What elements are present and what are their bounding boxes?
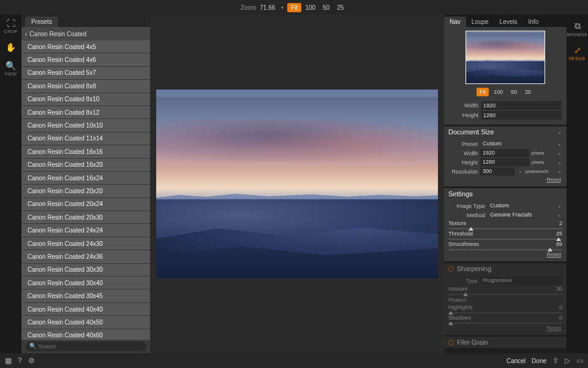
slider-amount[interactable]: Amount30	[448, 286, 562, 295]
st-reset[interactable]: Reset	[448, 251, 562, 258]
nav-width-label: Width	[449, 102, 478, 109]
preset-item[interactable]: Canon Resin Coated 16x16	[21, 145, 150, 158]
zoom-btn-25[interactable]: 25	[333, 3, 347, 12]
preset-item[interactable]: Canon Resin Coated 40x50	[21, 316, 150, 329]
preset-item[interactable]: Canon Resin Coated 30x45	[21, 289, 150, 302]
st-imgtype-value[interactable]: Custom	[488, 202, 554, 210]
slider-smoothness[interactable]: Smoothness89	[448, 241, 562, 250]
chevron-down-icon[interactable]: ⌄	[556, 203, 562, 209]
film-grain-title: Film Grain	[457, 339, 488, 346]
enable-ring-icon[interactable]	[448, 266, 454, 272]
fullscreen-icon[interactable]: ▭	[576, 356, 583, 365]
compare-icon[interactable]: ▷	[565, 356, 570, 365]
search-input[interactable]	[25, 342, 146, 351]
done-button[interactable]: Done	[532, 358, 546, 364]
chevron-down-icon[interactable]: ⌄	[517, 169, 523, 174]
chevron-down-icon[interactable]: ▾	[281, 5, 284, 10]
nav-height-value[interactable]: 1280	[481, 111, 562, 120]
section-header-document-size[interactable]: Document Size ⌄	[444, 126, 567, 137]
zoom-btn-50[interactable]: 50	[319, 3, 333, 12]
share-icon[interactable]: ⇪	[552, 356, 559, 365]
preset-item[interactable]: Canon Resin Coated 20x30	[21, 211, 150, 224]
preset-item[interactable]: Canon Resin Coated 4x5	[21, 40, 150, 53]
zoom-value[interactable]: 71.66	[260, 4, 275, 11]
tool-resize[interactable]: ⤢RESIZE	[567, 45, 588, 61]
section-header-settings[interactable]: Settings	[444, 188, 567, 199]
preset-item[interactable]: Canon Resin Coated 5x7	[21, 67, 150, 80]
preset-item[interactable]: Canon Resin Coated 8x10	[21, 93, 150, 106]
sh-type-value[interactable]: Progressive	[480, 277, 562, 285]
tab-info[interactable]: Info	[523, 17, 545, 27]
cancel-button[interactable]: Cancel	[507, 358, 526, 364]
presets-search-row: 🔍	[21, 340, 150, 353]
slider-threshold[interactable]: Threshold25	[448, 231, 562, 240]
preset-item[interactable]: Canon Resin Coated 24x30	[21, 237, 150, 250]
zoom-btn-100[interactable]: 100	[301, 3, 319, 12]
preset-item[interactable]: Canon Resin Coated 24x36	[21, 250, 150, 263]
section-header-film-grain[interactable]: Film Grain	[444, 337, 567, 348]
preset-item[interactable]: Canon Resin Coated 40x40	[21, 303, 150, 316]
tool-hand[interactable]: ✋	[0, 42, 21, 52]
section-settings: Settings Image TypeCustom⌄ MethodGenuine…	[444, 188, 567, 261]
chevron-down-icon[interactable]: ⌄	[556, 150, 562, 156]
st-method-value[interactable]: Genuine Fractals	[488, 211, 554, 219]
tab-levels[interactable]: Levels	[494, 17, 523, 27]
nav-zoom-50[interactable]: 50	[508, 88, 520, 96]
canvas-viewport[interactable]	[150, 15, 444, 353]
preset-item[interactable]: Canon Resin Coated 8x8	[21, 80, 150, 93]
preset-item[interactable]: Canon Resin Coated 10x10	[21, 119, 150, 132]
enable-ring-icon[interactable]	[448, 340, 454, 345]
preset-item[interactable]: Canon Resin Coated 11x14	[21, 132, 150, 145]
preset-item[interactable]: Canon Resin Coated 16x24	[21, 172, 150, 185]
nav-width-value[interactable]: 1920	[481, 101, 562, 110]
grid-icon[interactable]: ▦	[5, 356, 12, 365]
preset-item[interactable]: Canon Resin Coated 24x24	[21, 224, 150, 237]
slider-highlights[interactable]: Highlights0	[448, 304, 562, 313]
ds-preset-label: Preset	[448, 141, 478, 147]
tab-nav[interactable]: Nav	[444, 17, 466, 27]
presets-panel: Presets ‹ Canon Resin Coated Canon Resin…	[21, 15, 150, 353]
nav-zoom-100[interactable]: 100	[491, 88, 506, 96]
nav-thumbnail[interactable]	[466, 31, 545, 84]
chevron-down-icon[interactable]: ⌄	[556, 212, 562, 218]
chevron-down-icon[interactable]: ⌄	[556, 169, 562, 174]
sh-shadows-value: 0	[559, 315, 562, 321]
nav-zoom-fit[interactable]: Fit	[477, 88, 489, 96]
tab-presets[interactable]: Presets	[25, 17, 58, 27]
ds-res-value[interactable]: 300	[480, 167, 514, 175]
ds-reset[interactable]: Reset	[448, 177, 562, 183]
zoom-btn-fit[interactable]: Fit	[287, 3, 301, 12]
ds-height-value[interactable]: 1280	[480, 158, 529, 166]
slider-texture[interactable]: Texture2	[448, 220, 562, 229]
st-imgtype-label: Image Type	[448, 203, 485, 209]
help-icon[interactable]: ?	[18, 356, 22, 365]
preset-item[interactable]: Canon Resin Coated 30x40	[21, 277, 150, 289]
preset-item[interactable]: Canon Resin Coated 8x12	[21, 106, 150, 119]
presets-list[interactable]: Canon Resin Coated 4x5Canon Resin Coated…	[21, 40, 150, 340]
nav-zoom-25[interactable]: 25	[522, 88, 534, 96]
ds-width-value[interactable]: 1920	[480, 149, 529, 157]
sh-reset[interactable]: Reset	[448, 325, 562, 331]
tab-loupe[interactable]: Loupe	[466, 17, 494, 27]
presets-back-header[interactable]: ‹ Canon Resin Coated	[21, 27, 150, 40]
chevron-down-icon[interactable]: ⌄	[556, 141, 562, 147]
section-header-sharpening[interactable]: Sharpening	[444, 263, 567, 274]
slider-shadows[interactable]: Shadows0	[448, 315, 562, 324]
preset-item[interactable]: Canon Resin Coated 20x24	[21, 198, 150, 211]
preset-item[interactable]: Canon Resin Coated 4x6	[21, 53, 150, 66]
tool-crop[interactable]: ⛶CROP	[0, 18, 21, 34]
tool-view[interactable]: 🔍VIEW	[0, 61, 21, 76]
chevron-down-icon[interactable]: ⌄	[556, 159, 562, 165]
crop-icon: ⛶	[7, 18, 15, 28]
preset-item[interactable]: Canon Resin Coated 20x20	[21, 185, 150, 197]
tool-browse[interactable]: ⧉BROWSE	[567, 21, 588, 37]
document-image[interactable]	[156, 90, 438, 278]
nav-body: Fit1005025 Width1920 Height1280	[444, 27, 567, 125]
preset-item[interactable]: Canon Resin Coated 40x60	[21, 329, 150, 340]
ds-preset-value[interactable]: Custom	[480, 140, 554, 148]
zoom-label: Zoom	[241, 4, 257, 11]
gear-icon[interactable]: ⚙	[28, 356, 35, 365]
preset-item[interactable]: Canon Resin Coated 16x20	[21, 159, 150, 172]
preset-item[interactable]: Canon Resin Coated 30x30	[21, 264, 150, 277]
ds-res-unit: pixels/inch	[526, 169, 554, 174]
